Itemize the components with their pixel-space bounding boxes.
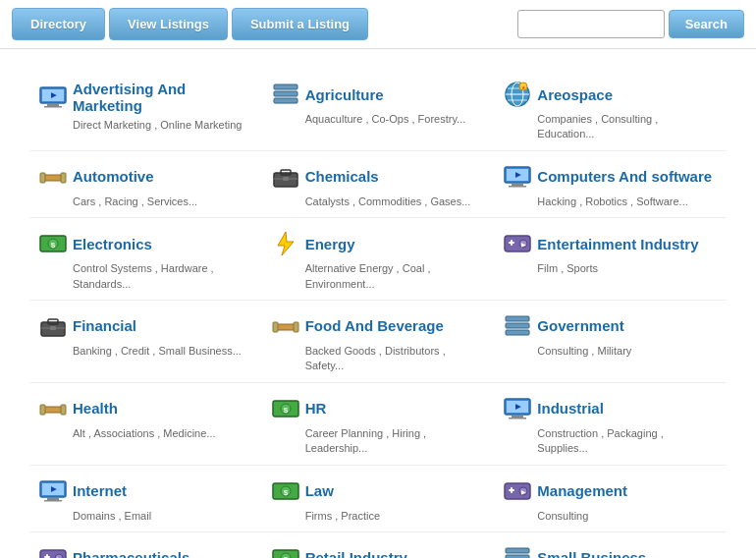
category-title[interactable]: HR bbox=[305, 400, 327, 417]
category-item[interactable]: ▶ Industrial Construction , Packaging , … bbox=[494, 383, 727, 466]
svg-text:$: $ bbox=[51, 241, 56, 250]
category-item[interactable]: Energy Alternative Energy , Coal , Envir… bbox=[262, 218, 495, 301]
category-item[interactable]: $ Retail Industry Clothing bbox=[262, 532, 495, 558]
category-item[interactable]: ▶ Pharmaceuticals Manufacturers bbox=[29, 532, 262, 558]
category-title[interactable]: Electronics bbox=[73, 236, 152, 252]
category-header: Health bbox=[39, 395, 252, 422]
svg-rect-21 bbox=[283, 177, 289, 181]
category-icon: $ bbox=[39, 230, 67, 257]
category-subtitle: Control Systems , Hardware , Standards..… bbox=[39, 261, 252, 292]
svg-rect-58 bbox=[47, 498, 59, 500]
view-listings-button[interactable]: View Listings bbox=[109, 8, 228, 40]
category-subtitle: Banking , Credit , Small Business... bbox=[39, 344, 252, 359]
category-header: ★ Areospace bbox=[504, 81, 717, 108]
category-item[interactable]: ▶ Entertainment Industry Film , Sports bbox=[494, 218, 727, 301]
svg-rect-39 bbox=[50, 326, 56, 330]
category-icon bbox=[504, 312, 531, 340]
category-icon bbox=[39, 312, 67, 340]
svg-rect-42 bbox=[294, 322, 298, 332]
category-title[interactable]: Energy bbox=[305, 236, 355, 252]
svg-rect-5 bbox=[274, 84, 297, 89]
category-icon bbox=[272, 312, 299, 340]
category-title[interactable]: Management bbox=[537, 482, 627, 499]
category-header: $ Retail Industry bbox=[272, 544, 485, 558]
svg-rect-45 bbox=[506, 330, 529, 335]
category-item[interactable]: Automotive Cars , Racing , Services... bbox=[29, 151, 262, 218]
category-header: Energy bbox=[272, 230, 485, 257]
category-title[interactable]: Automotive bbox=[73, 168, 154, 185]
search-button[interactable]: Search bbox=[669, 10, 744, 38]
category-icon bbox=[39, 163, 67, 191]
category-item[interactable]: Small Business Franchising bbox=[494, 532, 727, 558]
category-title[interactable]: Areospace bbox=[537, 86, 613, 103]
category-icon: ▶ bbox=[39, 477, 67, 505]
category-title[interactable]: Chemicals bbox=[305, 168, 379, 185]
category-title[interactable]: Entertainment Industry bbox=[537, 236, 698, 252]
category-header: Government bbox=[504, 312, 717, 340]
category-item[interactable]: ★ Areospace Companies , Consulting , Edu… bbox=[494, 69, 727, 151]
category-title[interactable]: Government bbox=[537, 317, 623, 334]
svg-rect-43 bbox=[506, 316, 529, 321]
category-item[interactable]: Food And Beverage Backed Goods , Distrib… bbox=[262, 301, 495, 383]
svg-rect-47 bbox=[40, 405, 45, 415]
svg-text:▶: ▶ bbox=[521, 242, 526, 248]
category-title[interactable]: Health bbox=[73, 400, 118, 417]
category-header: Agriculture bbox=[272, 81, 485, 108]
category-header: Chemicals bbox=[272, 163, 485, 191]
category-subtitle: Backed Goods , Distributors , Safety... bbox=[272, 344, 485, 374]
category-subtitle: Firms , Practice bbox=[272, 509, 485, 524]
category-title[interactable]: Computers And software bbox=[537, 168, 712, 185]
category-title[interactable]: Internet bbox=[73, 482, 127, 499]
directory-button[interactable]: Directory bbox=[12, 8, 105, 40]
category-header: ▶ Industrial bbox=[504, 395, 717, 422]
category-header: $ Law bbox=[272, 477, 485, 505]
category-title[interactable]: Financial bbox=[73, 317, 136, 334]
search-area: Search bbox=[517, 10, 744, 38]
category-header: $ Electronics bbox=[39, 230, 252, 257]
category-title[interactable]: Small Business bbox=[537, 549, 646, 558]
category-item[interactable]: ▶ Internet Domains , Email bbox=[29, 466, 262, 532]
svg-rect-24 bbox=[509, 186, 526, 188]
svg-rect-23 bbox=[512, 184, 523, 186]
category-item[interactable]: Financial Banking , Credit , Small Busin… bbox=[29, 301, 262, 383]
category-item[interactable]: ▶ Computers And software Hacking , Robot… bbox=[494, 151, 727, 218]
category-title[interactable]: Industrial bbox=[537, 400, 604, 417]
category-item[interactable]: ▶ Advertising And Marketing Direct Marke… bbox=[29, 69, 262, 151]
category-icon: ▶ bbox=[39, 544, 67, 558]
category-header: ▶ Management bbox=[504, 477, 717, 505]
category-subtitle: Consulting bbox=[504, 509, 717, 524]
svg-rect-41 bbox=[273, 322, 278, 332]
category-title[interactable]: Agriculture bbox=[305, 86, 384, 103]
category-icon bbox=[272, 163, 299, 191]
category-item[interactable]: $ HR Career Planning , Hiring , Leadersh… bbox=[262, 383, 495, 466]
category-title[interactable]: Food And Beverage bbox=[305, 317, 444, 334]
category-item[interactable]: Agriculture Aquaculture , Co-Ops , Fores… bbox=[262, 69, 495, 151]
category-subtitle: Film , Sports bbox=[504, 261, 717, 276]
category-header: ▶ Entertainment Industry bbox=[504, 230, 717, 257]
submit-listing-button[interactable]: Submit a Listing bbox=[232, 8, 368, 40]
category-item[interactable]: Health Alt , Associations , Medicine... bbox=[29, 383, 262, 466]
svg-rect-53 bbox=[512, 416, 523, 418]
svg-text:$: $ bbox=[283, 405, 288, 414]
category-subtitle: Alt , Associations , Medicine... bbox=[39, 426, 252, 441]
category-subtitle: Alternative Energy , Coal , Environment.… bbox=[272, 261, 485, 292]
search-input[interactable] bbox=[517, 10, 665, 38]
category-header: ▶ Computers And software bbox=[504, 163, 717, 191]
category-icon: ★ bbox=[504, 81, 531, 108]
category-item[interactable]: Government Consulting , Military bbox=[494, 301, 727, 383]
category-icon: ▶ bbox=[504, 163, 531, 191]
svg-rect-35 bbox=[511, 240, 513, 246]
header: Directory View Listings Submit a Listing… bbox=[0, 0, 756, 49]
category-title[interactable]: Advertising And Marketing bbox=[73, 81, 252, 114]
category-item[interactable]: Chemicals Catalysts , Commodities , Gase… bbox=[262, 151, 495, 218]
svg-rect-44 bbox=[506, 323, 529, 328]
category-title[interactable]: Retail Industry bbox=[305, 549, 407, 558]
category-subtitle: Career Planning , Hiring , Leadership... bbox=[272, 426, 485, 457]
category-title[interactable]: Pharmaceuticals bbox=[73, 549, 189, 558]
category-item[interactable]: ▶ Management Consulting bbox=[494, 466, 727, 532]
category-icon bbox=[504, 544, 531, 558]
category-item[interactable]: $ Electronics Control Systems , Hardware… bbox=[29, 218, 262, 301]
category-item[interactable]: $ Law Firms , Practice bbox=[262, 466, 495, 532]
svg-rect-59 bbox=[44, 500, 62, 502]
category-title[interactable]: Law bbox=[305, 482, 334, 499]
